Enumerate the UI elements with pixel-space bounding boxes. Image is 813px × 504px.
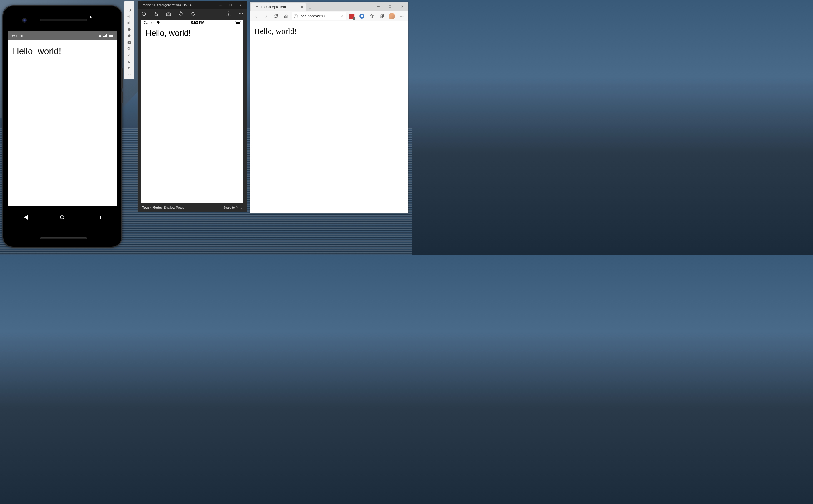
browser-minimize-button[interactable]: ─ (373, 2, 384, 11)
browser-window: TheCatApiClient × + ─ ☐ ✕ localhost:4926… (250, 2, 408, 213)
android-home-indicator (40, 237, 87, 239)
minimize-button[interactable]: ─ (216, 1, 226, 9)
svg-point-3 (128, 61, 130, 63)
emulator-overview-button[interactable] (125, 65, 133, 71)
browser-maximize-button[interactable]: ☐ (384, 2, 396, 11)
ios-carrier-label: Carrier (144, 21, 155, 25)
svg-rect-9 (155, 14, 158, 16)
page-icon (254, 5, 258, 9)
tab-title: TheCatApiClient (260, 5, 286, 9)
maximize-button[interactable]: ☐ (226, 1, 236, 9)
svg-rect-4 (128, 67, 130, 69)
android-app-content[interactable]: Hello, world! (8, 40, 117, 206)
ios-hello-text: Hello, world! (141, 26, 243, 41)
svg-point-1 (129, 42, 130, 43)
favorite-icon[interactable]: ☆ (341, 14, 344, 18)
touch-mode-label: Touch Mode: (142, 206, 162, 209)
svg-point-18 (401, 16, 402, 16)
battery-icon (235, 21, 241, 24)
more-icon[interactable] (238, 11, 244, 17)
ios-simulator-footer: Touch Mode: Shallow Press Scale to fit ⌄ (138, 203, 247, 212)
scale-dropdown[interactable]: Scale to fit ⌄ (223, 206, 243, 210)
android-overview-button[interactable] (97, 216, 101, 219)
android-emulator: 8:53 Hello, world! (2, 5, 122, 248)
android-volume-rocker (121, 68, 123, 89)
nav-back-button[interactable] (252, 12, 261, 21)
emulator-volume-down-button[interactable] (125, 20, 133, 26)
close-button[interactable]: ✕ (236, 1, 246, 9)
settings-icon[interactable] (226, 11, 231, 17)
svg-point-6 (129, 74, 129, 75)
toolbar-minimize-icon[interactable]: – (127, 3, 129, 6)
scale-label: Scale to fit (223, 206, 238, 209)
svg-point-15 (242, 14, 243, 14)
android-power-button (121, 91, 123, 103)
tab-close-icon[interactable]: × (301, 5, 303, 9)
android-home-button[interactable] (60, 215, 64, 219)
svg-point-5 (128, 74, 129, 75)
rotate-right-icon[interactable] (190, 11, 196, 17)
svg-point-12 (228, 13, 229, 15)
lock-icon[interactable] (153, 11, 159, 17)
reload-button[interactable] (272, 12, 281, 21)
svg-point-14 (241, 14, 241, 14)
android-speaker-grille (40, 19, 87, 21)
rotate-left-icon[interactable] (178, 11, 184, 17)
extension-red-icon[interactable] (347, 12, 356, 21)
svg-point-11 (168, 13, 169, 15)
ios-simulator-toolbar (138, 9, 247, 19)
browser-tab-strip: TheCatApiClient × + ─ ☐ ✕ (250, 2, 408, 11)
browser-close-button[interactable]: ✕ (396, 2, 408, 11)
site-info-icon[interactable] (294, 14, 298, 18)
profile-avatar[interactable] (387, 12, 396, 21)
home-button[interactable] (282, 12, 291, 21)
android-nav-bar (8, 211, 117, 224)
toolbar-close-icon[interactable]: × (130, 3, 131, 6)
wifi-icon (98, 35, 102, 37)
emulator-zoom-button[interactable] (125, 46, 133, 52)
favorites-button[interactable] (367, 12, 376, 21)
browser-hello-text: Hello, world! (254, 27, 404, 36)
gear-icon (20, 34, 23, 38)
ios-titlebar[interactable]: iPhone SE (2nd generation) iOS 14.0 ─ ☐ … (138, 1, 247, 9)
svg-point-2 (128, 47, 130, 49)
emulator-rotate-left-button[interactable] (125, 26, 133, 33)
menu-button[interactable] (397, 12, 406, 21)
nav-forward-button[interactable] (262, 12, 271, 21)
signal-icon (103, 34, 107, 37)
browser-toolbar: localhost:49266 ☆ (250, 11, 408, 21)
emulator-volume-up-button[interactable] (125, 13, 133, 20)
emulator-more-button[interactable] (125, 71, 133, 78)
emulator-rotate-right-button[interactable] (125, 33, 133, 39)
ios-simulator-window: iPhone SE (2nd generation) iOS 14.0 ─ ☐ … (138, 1, 247, 212)
svg-point-19 (403, 16, 403, 16)
extension-blue-icon[interactable] (357, 12, 366, 21)
ios-clock: 8:53 PM (191, 21, 204, 25)
new-tab-button[interactable]: + (306, 6, 314, 11)
browser-viewport[interactable]: Hello, world! (250, 21, 408, 41)
address-bar[interactable]: localhost:49266 ☆ (292, 12, 346, 20)
screenshot-icon[interactable] (166, 11, 171, 17)
home-indicator-icon[interactable] (141, 11, 147, 17)
emulator-home-button[interactable] (125, 59, 133, 65)
emulator-power-button[interactable] (125, 7, 133, 13)
chevron-down-icon: ⌄ (240, 206, 243, 210)
battery-icon (109, 35, 114, 37)
ios-device-screen[interactable]: Carrier 8:53 PM Hello, world! (141, 20, 243, 203)
wifi-icon (156, 21, 160, 24)
browser-tab[interactable]: TheCatApiClient × (251, 3, 306, 11)
android-status-bar: 8:53 (8, 31, 117, 40)
ios-window-title: iPhone SE (2nd generation) iOS 14.0 (141, 3, 194, 7)
emulator-screenshot-button[interactable] (125, 39, 133, 46)
svg-point-17 (400, 16, 401, 16)
svg-point-7 (130, 74, 131, 75)
address-text: localhost:49266 (300, 14, 326, 18)
android-camera-notch (22, 18, 27, 23)
android-emulator-toolbar: – × (124, 1, 134, 79)
emulator-back-button[interactable] (125, 52, 133, 59)
touch-mode-value: Shallow Press (164, 206, 184, 209)
android-back-button[interactable] (24, 215, 28, 220)
ios-status-bar: Carrier 8:53 PM (141, 20, 243, 26)
collections-button[interactable] (377, 12, 386, 21)
android-clock: 8:53 (11, 34, 18, 38)
